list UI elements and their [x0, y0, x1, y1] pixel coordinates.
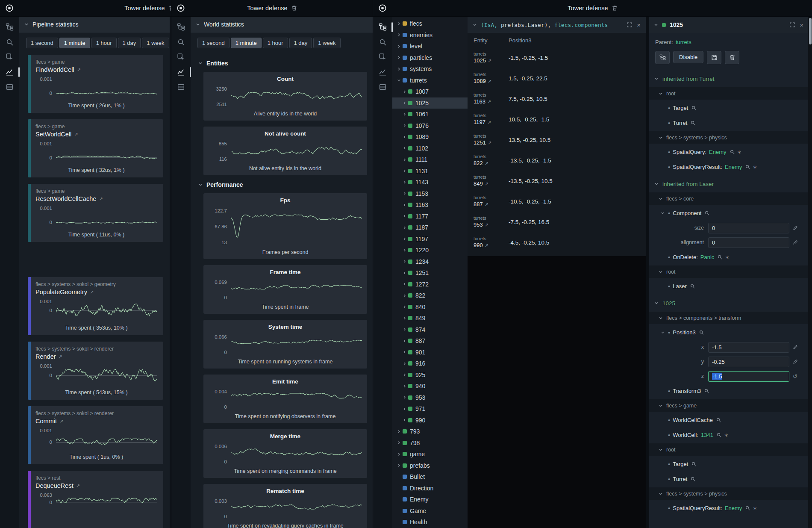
tables-icon[interactable]	[378, 82, 388, 92]
tree-view-button[interactable]	[655, 51, 670, 64]
revert-icon[interactable]: ↺	[793, 374, 797, 379]
tree-item-1089[interactable]: 1089	[392, 131, 468, 143]
chevron-right-icon[interactable]	[396, 33, 402, 37]
tree-item-systems[interactable]: systems	[392, 63, 468, 75]
component-row-worldcellcache[interactable]: •WorldCellCache	[649, 413, 808, 428]
component-row-turret[interactable]: •Turret	[649, 115, 808, 130]
tree-item-840[interactable]: 840	[392, 301, 468, 313]
query-row-1163[interactable]: turrets1163↗7.5, -0.25, 10.5	[468, 88, 646, 109]
panel-header-pipeline-statistics[interactable]: Pipeline statistics	[19, 17, 170, 32]
tree-item-level[interactable]: level	[392, 41, 468, 52]
open-link-icon[interactable]: ↗	[74, 132, 78, 137]
section-header-performance[interactable]: Performance	[198, 181, 373, 188]
tree-item-1025[interactable]: 1025	[392, 97, 468, 109]
magnifier-icon[interactable]	[691, 106, 696, 110]
magnifier-icon[interactable]	[705, 211, 709, 215]
outliner-icon[interactable]	[5, 22, 15, 32]
tree-item-1111[interactable]: 1111	[392, 154, 468, 165]
chevron-right-icon[interactable]	[401, 373, 408, 377]
inspector-section-inherited-from-turret[interactable]: inherited from Turret	[649, 71, 808, 86]
inspector-icon[interactable]	[5, 52, 15, 62]
save-button[interactable]	[707, 51, 721, 64]
tree-item-1102[interactable]: 1102	[392, 143, 468, 154]
magnifier-icon[interactable]	[691, 121, 695, 125]
tree-item-Enemy[interactable]: Enemy	[392, 494, 468, 505]
chevron-right-icon[interactable]	[401, 260, 408, 263]
component-value-link[interactable]: Enemy	[725, 164, 742, 170]
component-row-spatialqueryresult[interactable]: •SpatialQueryResult:Enemy∗	[649, 159, 808, 174]
query-row-990[interactable]: turrets990↗-4.5, -0.25, 10.5	[468, 232, 646, 253]
tree-item-874[interactable]: 874	[392, 324, 468, 336]
scrollbar[interactable]	[808, 17, 812, 528]
chevron-right-icon[interactable]	[401, 248, 408, 252]
outliner-icon[interactable]	[378, 22, 388, 32]
tab-1-day[interactable]: 1 day	[289, 38, 312, 48]
tab-1-second[interactable]: 1 second	[26, 38, 58, 48]
open-link-icon[interactable]: ↗	[485, 222, 488, 228]
module-path-row[interactable]: flecs > core	[649, 192, 808, 205]
field-input-size[interactable]: 0	[708, 223, 789, 233]
tree-item-1163[interactable]: 1163	[392, 199, 468, 211]
scrollbar-thumb[interactable]	[809, 18, 812, 44]
magnifier-icon[interactable]	[745, 506, 750, 510]
inspector-section-1025[interactable]: 1025	[649, 295, 808, 311]
chevron-right-icon[interactable]	[401, 237, 408, 241]
module-path-row[interactable]: root	[649, 443, 808, 456]
component-row-turret[interactable]: •Turret	[649, 472, 808, 487]
panel-header-world-statistics[interactable]: World statistics	[191, 17, 373, 32]
tree-item-1220[interactable]: 1220	[392, 245, 468, 256]
chevron-right-icon[interactable]	[401, 418, 408, 422]
tree-item-1076[interactable]: 1076	[392, 120, 468, 132]
open-link-icon[interactable]: ↗	[76, 483, 80, 489]
component-value-link[interactable]: Enemy	[709, 149, 726, 155]
search-icon[interactable]	[5, 37, 15, 47]
open-link-icon[interactable]: ↗	[77, 67, 81, 73]
chevron-right-icon[interactable]	[401, 362, 408, 366]
close-icon[interactable]: ×	[637, 22, 641, 28]
chevron-down-icon[interactable]	[654, 23, 658, 27]
trash-icon[interactable]	[612, 5, 618, 11]
tree-item-1177[interactable]: 1177	[392, 211, 468, 222]
tree-item-1251[interactable]: 1251	[392, 267, 468, 279]
inspector-section-inherited-from-laser[interactable]: inherited from Laser	[649, 176, 808, 192]
tree-item-901[interactable]: 901	[392, 347, 468, 358]
tree-item-940[interactable]: 940	[392, 381, 468, 392]
tree-item-798[interactable]: 798	[392, 437, 468, 449]
component-row-component[interactable]: •Component	[649, 206, 808, 221]
chevron-right-icon[interactable]	[401, 316, 408, 320]
close-icon[interactable]: ×	[800, 22, 803, 28]
open-link-icon[interactable]: ↗	[485, 243, 488, 248]
chevron-right-icon[interactable]	[401, 101, 408, 105]
chevron-right-icon[interactable]	[401, 384, 408, 388]
component-value-link[interactable]: 1341	[701, 432, 713, 438]
component-row-ondelete[interactable]: •OnDelete:Panic∗	[649, 250, 808, 265]
tree-item-1197[interactable]: 1197	[392, 233, 468, 245]
tree-item-enemies[interactable]: enemies	[392, 29, 468, 41]
magnifier-icon[interactable]	[691, 462, 696, 466]
module-path-row[interactable]: flecs > components > transform	[649, 312, 808, 324]
open-link-icon[interactable]: ↗	[488, 140, 491, 146]
tab-1-week[interactable]: 1 week	[313, 38, 340, 48]
component-row-spatialqueryresult[interactable]: •SpatialQueryResult:Enemy∗	[649, 501, 808, 516]
query-row-1251[interactable]: turrets1251↗13.5, -0.25, 10.5	[468, 130, 646, 150]
stats-icon[interactable]	[378, 67, 388, 77]
tree-item-turrets[interactable]: turrets	[392, 75, 468, 86]
chevron-right-icon[interactable]	[401, 407, 408, 411]
edit-icon[interactable]	[793, 359, 798, 364]
tab-1-second[interactable]: 1 second	[197, 38, 229, 48]
expand-icon[interactable]	[790, 22, 795, 27]
query-row-1197[interactable]: turrets1197↗10.5, -0.25, -1.5	[468, 109, 646, 130]
query-expression[interactable]: (IsA, prefabs.Laser), flecs.components	[481, 22, 623, 28]
open-link-icon[interactable]: ↗	[59, 419, 63, 424]
tree-item-1187[interactable]: 1187	[392, 222, 468, 233]
chevron-right-icon[interactable]	[401, 327, 408, 331]
query-row-849[interactable]: turrets849↗-13.5, -0.25, 10.5	[468, 171, 646, 191]
component-value-link[interactable]: Enemy	[725, 505, 742, 511]
open-link-icon[interactable]: ↗	[90, 289, 94, 295]
tree-item-Bullet[interactable]: Bullet	[392, 471, 468, 483]
magnifier-icon[interactable]	[717, 433, 721, 437]
component-row-worldcell[interactable]: •WorldCell:1341∗	[649, 428, 808, 442]
chevron-right-icon[interactable]	[396, 56, 402, 59]
chevron-down-icon[interactable]	[396, 78, 402, 82]
chevron-right-icon[interactable]	[401, 271, 408, 275]
